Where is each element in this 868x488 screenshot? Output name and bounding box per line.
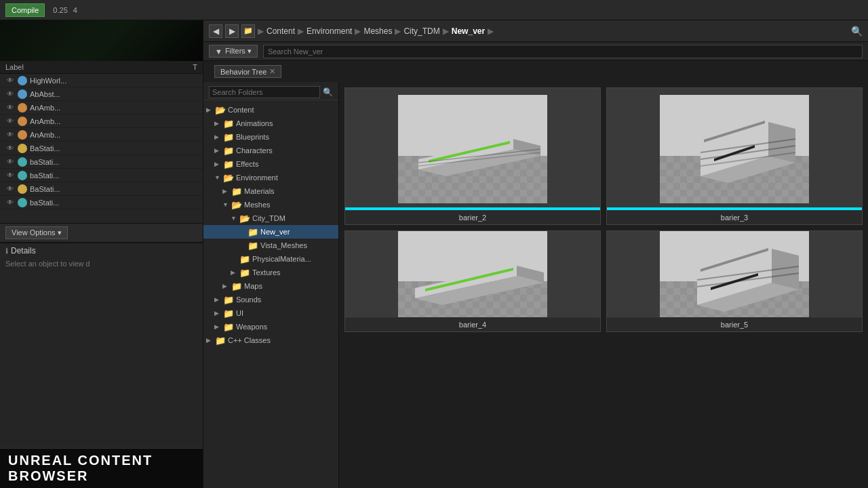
back-button[interactable]: ◀	[209, 24, 222, 38]
folder-icon: 📁	[248, 227, 258, 237]
outliner-item[interactable]: 👁 BaStati...	[0, 142, 203, 155]
asset-card-barier3[interactable]: barier_3	[606, 87, 863, 225]
folder-tree-item-content[interactable]: ▶ 📂 Content	[203, 103, 338, 117]
visibility-icon[interactable]: 👁	[5, 76, 15, 85]
folder-tree-item-blueprints[interactable]: ▶ 📁 Blueprints	[203, 130, 338, 144]
folder-label: Meshes	[244, 201, 271, 209]
folder-tree-item-c---classes[interactable]: ▶ 📁 C++ Classes	[203, 333, 338, 347]
folder-label: C++ Classes	[228, 336, 271, 344]
actor-name: HighWorl...	[30, 77, 66, 85]
tree-arrow: ▶	[206, 106, 213, 113]
tree-arrow: ▼	[231, 215, 237, 222]
actor-icon	[18, 130, 27, 140]
view-options-button[interactable]: View Options ▾	[5, 226, 68, 239]
outliner-item[interactable]: 👁 baStati...	[0, 196, 203, 209]
details-placeholder: Select an object to view d	[5, 260, 197, 268]
folder-tree-item-textures[interactable]: ▶ 📁 Textures	[203, 266, 338, 279]
folder-icon: 📁	[231, 186, 242, 197]
breadcrumb-newver[interactable]: New_ver	[452, 26, 485, 36]
filter-button[interactable]: ▼ Filters ▾	[209, 45, 258, 58]
folder-tree-item-vista-meshes[interactable]: 📁 Vista_Meshes	[203, 239, 338, 252]
outliner-item[interactable]: 👁 BaStati...	[0, 182, 203, 196]
folder-search-input[interactable]	[209, 86, 320, 98]
tag-bar: Behavior Tree ✕	[203, 61, 868, 82]
actor-icon	[18, 76, 27, 85]
folder-tree-item-physicalmateria---[interactable]: 📁 PhysicalMateria...	[203, 252, 338, 266]
asset-card-barier4[interactable]: barier_4	[344, 230, 601, 332]
visibility-icon[interactable]: 👁	[5, 117, 15, 126]
asset-name-barier4: barier_4	[345, 317, 600, 331]
breadcrumb-environment[interactable]: Environment	[307, 26, 352, 36]
visibility-icon[interactable]: 👁	[5, 144, 15, 153]
actor-name: baStati...	[30, 158, 59, 166]
tree-arrow: ▶	[214, 161, 221, 167]
type-col-header: T	[193, 63, 197, 71]
compile-button[interactable]: Compile	[5, 3, 45, 17]
visibility-icon[interactable]: 👁	[5, 157, 15, 167]
asset-card-barier5[interactable]: barier_5	[606, 230, 863, 332]
folder-tree-item-sounds[interactable]: ▶ 📁 Sounds	[203, 293, 338, 306]
folder-icon: 📂	[223, 173, 234, 183]
folder-label: PhysicalMateria...	[252, 255, 311, 263]
outliner-item[interactable]: 👁 HighWorl...	[0, 74, 203, 87]
folder-tree-item-characters[interactable]: ▶ 📁 Characters	[203, 144, 338, 157]
outliner-item[interactable]: 👁 AbAbst...	[0, 87, 203, 101]
visibility-icon[interactable]: 👁	[5, 103, 15, 113]
folder-tree-items: ▶ 📂 Content ▶ 📁 Animations ▶ 📁 Blueprint…	[203, 103, 338, 347]
search-input[interactable]	[263, 45, 863, 58]
folder-tree-item-city-tdm[interactable]: ▼ 📂 City_TDM	[203, 211, 338, 225]
outliner-header: Label T	[0, 61, 203, 74]
folder-icon: 📁	[223, 146, 234, 156]
outliner-item[interactable]: 👁 AnAmb...	[0, 115, 203, 128]
tree-arrow: ▶	[214, 310, 221, 317]
folder-icon: 📂	[215, 105, 226, 115]
behavior-tree-tag: Behavior Tree ✕	[214, 65, 281, 78]
watermark: UNREAL CONTENT BROWSER	[0, 448, 203, 488]
breadcrumb-meshes[interactable]: Meshes	[363, 26, 392, 36]
folder-label: Animations	[236, 119, 273, 127]
folder-tree-item-meshes[interactable]: ▼ 📂 Meshes	[203, 198, 338, 211]
folder-tree-item-ui[interactable]: ▶ 📁 UI	[203, 306, 338, 320]
viewport-area	[0, 20, 203, 61]
folder-tree-item-effects[interactable]: ▶ 📁 Effects	[203, 157, 338, 171]
breadcrumb-search-icon: 🔍	[851, 26, 863, 37]
actor-name: baStati...	[30, 171, 59, 180]
folder-tree-item-animations[interactable]: ▶ 📁 Animations	[203, 117, 338, 130]
label-col-header: Label	[5, 63, 24, 71]
folder-tree: 🔍 ▶ 📂 Content ▶ 📁 Animations ▶ 📁 Bluepri…	[203, 82, 339, 488]
folder-icon: 📁	[223, 295, 234, 305]
thumbnail-bottom-bar-3	[607, 207, 862, 210]
visibility-icon[interactable]: 👁	[5, 89, 15, 99]
outliner-item[interactable]: 👁 baStati...	[0, 155, 203, 169]
behavior-tree-close[interactable]: ✕	[269, 67, 275, 76]
actor-name: AbAbst...	[30, 90, 60, 98]
visibility-icon[interactable]: 👁	[5, 198, 15, 207]
outliner-item[interactable]: 👁 baStati...	[0, 169, 203, 182]
folder-tree-item-weapons[interactable]: ▶ 📁 Weapons	[203, 320, 338, 333]
folder-tree-item-maps[interactable]: ▶ 📁 Maps	[203, 279, 338, 293]
outliner-item[interactable]: 👁 AnAmb...	[0, 128, 203, 142]
visibility-icon[interactable]: 👁	[5, 171, 15, 180]
assets-grid[interactable]: barier_2	[339, 82, 868, 488]
outliner-list[interactable]: 👁 HighWorl... 👁 AbAbst... 👁 AnAmb... 👁 A…	[0, 74, 203, 223]
folder-icon: 📁	[215, 336, 226, 346]
folder-tree-item-new-ver[interactable]: 📁 New_ver	[203, 225, 338, 239]
behavior-tree-label: Behavior Tree	[220, 68, 267, 76]
outliner-item[interactable]: 👁 AnAmb...	[0, 101, 203, 115]
details-header: ℹ Details	[5, 246, 197, 256]
actor-icon	[18, 144, 27, 153]
folder-tree-item-materials[interactable]: ▶ 📁 Materials	[203, 184, 338, 198]
forward-button[interactable]: ▶	[225, 24, 239, 38]
breadcrumb-citytdm[interactable]: City_TDM	[403, 26, 439, 36]
folder-button[interactable]: 📁	[241, 24, 255, 38]
asset-card-barier2[interactable]: barier_2	[344, 87, 601, 225]
folder-label: Vista_Meshes	[260, 241, 307, 249]
actor-icon	[18, 103, 27, 113]
breadcrumb-content[interactable]: Content	[267, 26, 295, 36]
tree-arrow: ▶	[222, 283, 229, 289]
folder-tree-item-environment[interactable]: ▼ 📂 Environment	[203, 171, 338, 184]
visibility-icon[interactable]: 👁	[5, 130, 15, 140]
actor-icon	[18, 184, 27, 194]
visibility-icon[interactable]: 👁	[5, 184, 15, 194]
actor-name: AnAmb...	[30, 104, 60, 112]
